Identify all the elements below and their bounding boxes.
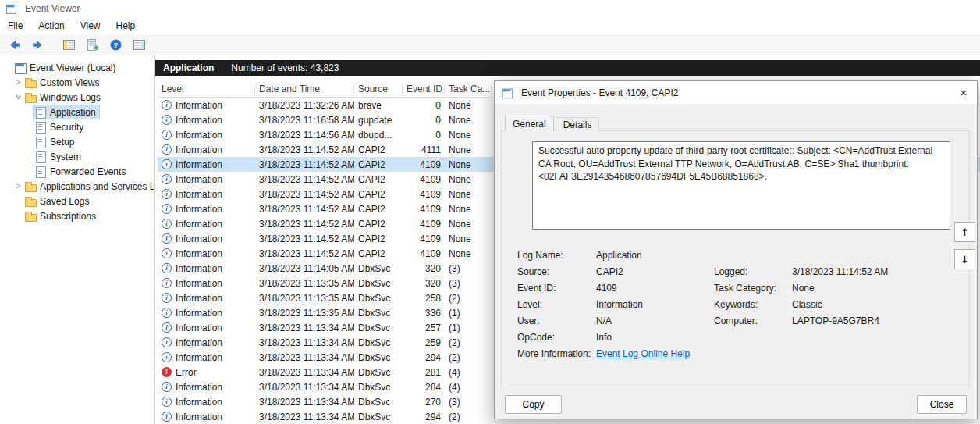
tree-item-windows-logs[interactable]: > Windows Logs bbox=[0, 90, 154, 105]
cell-source: dbupd... bbox=[354, 130, 403, 141]
tree-node-icon bbox=[34, 151, 47, 163]
cell-datetime: 3/18/2023 11:14:52 AM bbox=[255, 233, 354, 244]
cell-event-id: 336 bbox=[403, 308, 445, 319]
export-list-button[interactable] bbox=[82, 36, 102, 53]
tree-node-body[interactable]: Applications and Services Lo bbox=[23, 180, 154, 194]
menu-view[interactable]: View bbox=[73, 19, 108, 33]
tree-chevron-icon[interactable]: > bbox=[14, 92, 23, 102]
cell-datetime: 3/18/2023 11:13:34 AM bbox=[255, 322, 354, 333]
tree-item-applications-and-services-lo[interactable]: > Applications and Services Lo bbox=[0, 179, 154, 194]
action-pane-button[interactable] bbox=[129, 36, 149, 53]
cell-event-id: 294 bbox=[403, 352, 445, 363]
tree-node-body[interactable]: Custom Views bbox=[23, 76, 102, 90]
event-log-online-help-link[interactable]: Event Log Online Help bbox=[596, 348, 690, 359]
menu-action[interactable]: Action bbox=[30, 19, 72, 33]
tree-node-body[interactable]: Security bbox=[34, 120, 87, 134]
cell-datetime: 3/18/2023 11:14:52 AM bbox=[255, 159, 354, 170]
dialog-title-bar[interactable]: Event Properties - Event 4109, CAPI2 × bbox=[495, 81, 977, 104]
dialog-icon bbox=[502, 87, 513, 98]
cell-level-text: Information bbox=[176, 219, 222, 230]
cell-datetime: 3/18/2023 11:13:34 AM bbox=[255, 337, 354, 348]
cell-source: CAPI2 bbox=[354, 189, 403, 200]
next-event-button[interactable]: ↓ bbox=[954, 249, 975, 269]
forward-arrow-icon bbox=[31, 38, 44, 52]
tree-node-body[interactable]: Setup bbox=[34, 135, 77, 149]
tree-item-forwarded-events[interactable]: > Forwarded Events bbox=[0, 164, 154, 179]
cell-event-id: 4109 bbox=[403, 159, 445, 170]
cell-level-text: Information bbox=[176, 248, 222, 259]
show-console-tree-button[interactable] bbox=[59, 36, 79, 53]
event-description[interactable]: Successful auto property update of third… bbox=[532, 141, 950, 230]
cell-event-id: 4111 bbox=[403, 144, 445, 155]
tree-node-body[interactable]: Subscriptions bbox=[23, 209, 99, 223]
column-header-event-id[interactable]: Event ID bbox=[403, 84, 445, 95]
tree-node-body[interactable]: Event Viewer (Local) bbox=[13, 61, 119, 75]
copy-button[interactable]: Copy bbox=[505, 395, 562, 414]
tree-node-body[interactable]: Forwarded Events bbox=[34, 165, 129, 179]
tree-item-custom-views[interactable]: > Custom Views bbox=[0, 75, 154, 90]
log-name-label: Log Name: bbox=[517, 248, 596, 264]
cell-level: i Information bbox=[158, 159, 255, 170]
list-header: Application Number of events: 43,823 bbox=[155, 60, 980, 76]
column-header-source[interactable]: Source bbox=[354, 84, 403, 95]
level-icon: i bbox=[162, 412, 172, 422]
app-icon bbox=[5, 3, 16, 14]
menu-file[interactable]: File bbox=[0, 19, 30, 33]
tree-item-security[interactable]: > Security bbox=[0, 119, 154, 134]
cell-datetime: 3/18/2023 11:16:58 AM bbox=[255, 115, 354, 126]
cell-task: None bbox=[445, 100, 492, 111]
tree-node-icon bbox=[24, 210, 37, 223]
tree-item-event-viewer-local[interactable]: > Event Viewer (Local) bbox=[0, 60, 154, 75]
cell-level-text: Information bbox=[176, 397, 222, 408]
help-button[interactable]: ? bbox=[105, 36, 126, 53]
column-header-datetime[interactable]: Date and Time bbox=[255, 84, 354, 95]
task-category-value: None bbox=[792, 280, 888, 297]
tree-item-application[interactable]: > Application bbox=[0, 105, 154, 119]
title-bar[interactable]: Event Viewer bbox=[0, 0, 980, 17]
tree-node-body[interactable]: Windows Logs bbox=[23, 91, 104, 105]
computer-label: Computer: bbox=[714, 313, 792, 330]
tree-item-saved-logs[interactable]: > Saved Logs bbox=[0, 194, 154, 208]
cell-datetime: 3/18/2023 11:14:52 AM bbox=[255, 189, 354, 200]
cell-source: CAPI2 bbox=[354, 233, 403, 244]
tree-node-body[interactable]: Application bbox=[34, 105, 99, 119]
cell-task: (4) bbox=[445, 367, 492, 378]
column-header-task-category[interactable]: Task Ca... bbox=[445, 84, 492, 95]
tab-details[interactable]: Details bbox=[556, 117, 600, 131]
cell-task: (1) bbox=[445, 322, 492, 333]
cell-level: i Information bbox=[158, 144, 255, 155]
tree-chevron-icon[interactable]: > bbox=[13, 182, 23, 191]
back-button[interactable] bbox=[4, 36, 24, 53]
event-fields: Log Name: Application Source: CAPI2 Logg… bbox=[517, 248, 888, 362]
tree-label: System bbox=[50, 151, 81, 162]
cell-datetime: 3/18/2023 11:13:34 AM bbox=[255, 382, 354, 393]
tree-item-subscriptions[interactable]: > Subscriptions bbox=[0, 208, 154, 223]
cell-datetime: 3/18/2023 11:14:05 AM bbox=[255, 263, 354, 274]
cell-level-text: Information bbox=[176, 204, 222, 215]
dialog-close-button[interactable]: Close bbox=[917, 395, 967, 414]
forward-button[interactable] bbox=[27, 36, 48, 53]
tab-general[interactable]: General bbox=[505, 116, 554, 131]
cell-source: DbxSvc bbox=[354, 367, 403, 378]
cell-level-text: Information bbox=[176, 412, 222, 422]
menu-help[interactable]: Help bbox=[108, 19, 144, 33]
tree-label: Event Viewer (Local) bbox=[30, 62, 116, 73]
action-pane-icon bbox=[133, 38, 146, 52]
cell-level: i Information bbox=[158, 100, 255, 111]
dialog-close-icon[interactable]: × bbox=[950, 81, 977, 104]
cell-level-text: Information bbox=[176, 159, 222, 170]
log-name-value: Application bbox=[596, 248, 714, 264]
tree-chevron-icon[interactable]: > bbox=[13, 78, 23, 87]
cell-event-id: 4109 bbox=[403, 174, 445, 185]
cell-level-text: Information bbox=[176, 382, 222, 393]
tree-item-system[interactable]: > System bbox=[0, 149, 154, 164]
cell-level-text: Information bbox=[176, 100, 222, 111]
column-header-level[interactable]: Level bbox=[158, 84, 255, 95]
tree-node-body[interactable]: Saved Logs bbox=[23, 194, 92, 208]
cell-event-id: 320 bbox=[403, 278, 445, 289]
tree-node-body[interactable]: System bbox=[34, 150, 84, 164]
cell-source: DbxSvc bbox=[354, 263, 403, 274]
tree-item-setup[interactable]: > Setup bbox=[0, 134, 154, 149]
previous-event-button[interactable]: ↑ bbox=[954, 222, 975, 242]
cell-task: None bbox=[445, 159, 492, 170]
